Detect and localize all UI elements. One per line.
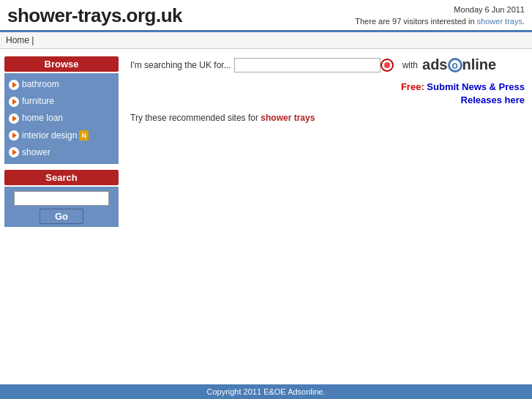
sidebar-nav: bathroom furniture home loan interior de… — [4, 73, 119, 164]
browse-title: Browse — [4, 56, 119, 72]
ads-text: ads — [422, 56, 447, 73]
adsonline-logo: ads o nline — [422, 56, 496, 73]
content-area: I'm searching the UK for... with ads o n… — [123, 53, 532, 130]
o-circle-icon: o — [448, 58, 462, 72]
sidebar-item-interior-design[interactable]: interior design N — [4, 127, 119, 144]
sidebar: Browse bathroom furniture home loan inte… — [0, 53, 123, 230]
new-badge: N — [79, 130, 89, 141]
breadcrumb-home[interactable]: Home — [6, 35, 29, 45]
search-input[interactable] — [14, 191, 109, 206]
free-label: Free: — [401, 81, 424, 92]
header-info: Monday 6 Jun 2011 There are 97 visitors … — [355, 4, 525, 27]
with-label: with — [402, 60, 418, 70]
sidebar-item-home-loan[interactable]: home loan — [4, 110, 119, 127]
visitor-link[interactable]: shower trays — [477, 17, 522, 26]
recommended-link[interactable]: shower trays — [261, 113, 315, 123]
search-go-button[interactable]: Go — [40, 209, 83, 224]
arrow-icon — [9, 113, 19, 124]
main-layout: Browse bathroom furniture home loan inte… — [0, 49, 532, 234]
recommended-row: Try these recommended sites for shower t… — [130, 113, 525, 123]
search-label: I'm searching the UK for... — [130, 60, 231, 70]
arrow-icon — [9, 147, 19, 157]
sidebar-item-bathroom[interactable]: bathroom — [4, 76, 119, 93]
search-box-area: Go — [4, 187, 119, 227]
site-title: shower-trays.org.uk — [7, 4, 182, 27]
breadcrumb: Home | — [0, 32, 532, 49]
press-release-link[interactable]: Submit News & Press Releases here — [427, 81, 525, 105]
uk-search-input[interactable] — [234, 58, 381, 72]
arrow-icon — [9, 130, 19, 141]
arrow-icon — [9, 97, 19, 107]
arrow-icon — [9, 80, 19, 90]
radio-button[interactable] — [381, 59, 394, 72]
date-display: Monday 6 Jun 2011 — [355, 4, 525, 15]
page-header: shower-trays.org.uk Monday 6 Jun 2011 Th… — [0, 0, 532, 32]
search-bar-row: I'm searching the UK for... with ads o n… — [130, 56, 525, 73]
sidebar-item-shower[interactable]: shower — [4, 144, 119, 161]
press-release-box: Free: Submit News & Press Releases here — [401, 81, 525, 107]
visitor-info: There are 97 visitors interested in show… — [355, 16, 525, 27]
search-title: Search — [4, 170, 119, 185]
sidebar-item-furniture[interactable]: furniture — [4, 93, 119, 110]
nline-text: nline — [462, 56, 497, 73]
